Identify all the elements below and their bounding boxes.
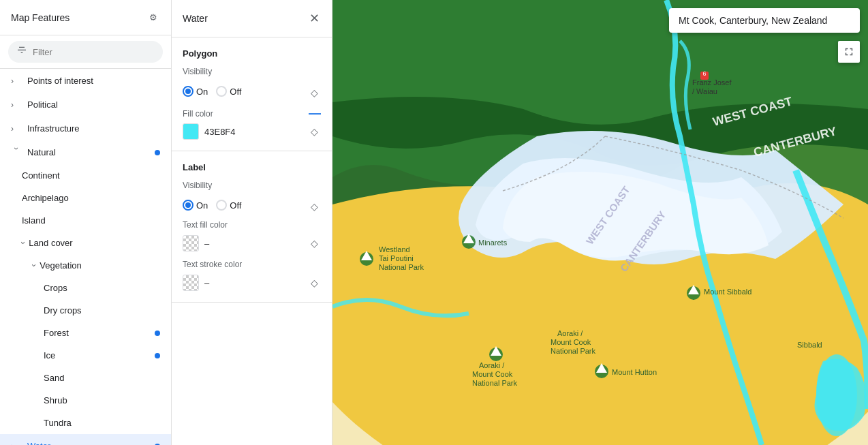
svg-text:Westland: Westland — [379, 245, 410, 254]
label-visibility-row: On Off ◇ — [183, 200, 321, 213]
diamond-icon: ◇ — [311, 277, 318, 288]
visibility-block: Visibility On Off ◇ — [183, 67, 321, 99]
sidebar-item-label: Island — [22, 215, 46, 226]
sidebar-item-label: Points of interest — [27, 76, 93, 86]
arrow-down-icon: › — [18, 241, 29, 244]
svg-text:/ Waiau: / Waiau — [692, 87, 717, 95]
middle-panel: Water ✕ Polygon Visibility On Off — [172, 0, 332, 445]
svg-text:Aoraki /: Aoraki / — [479, 361, 505, 369]
modified-dot — [155, 353, 160, 358]
sidebar-item-label: Tundra — [44, 418, 72, 428]
label-section: Label Visibility On Off ◇ — [172, 151, 332, 303]
sidebar-item-land-cover[interactable]: › Land cover — [0, 232, 171, 254]
sidebar-item-label: Political — [27, 99, 58, 110]
label-radio-on[interactable]: On — [183, 200, 208, 211]
text-fill-override-button[interactable]: ◇ — [308, 236, 321, 250]
sidebar-item-shrub[interactable]: Shrub — [0, 389, 171, 412]
label-radio-group: On Off — [183, 200, 241, 211]
label-radio-off-circle — [216, 200, 227, 211]
label-section-title: Label — [183, 162, 321, 172]
modified-dot — [155, 150, 160, 155]
text-stroke-override-button[interactable]: ◇ — [308, 276, 321, 290]
sidebar-item-label: Shrub — [44, 395, 67, 405]
label-radio-off-label: Off — [230, 200, 241, 211]
radio-on-circle — [183, 86, 193, 97]
polygon-section-title: Polygon — [183, 48, 321, 59]
sidebar-item-label: Water — [27, 441, 50, 445]
svg-text:Aoraki /: Aoraki / — [557, 329, 583, 337]
sidebar-item-political[interactable]: › Political — [0, 93, 171, 117]
sidebar-item-archipelago[interactable]: Archipelago — [0, 187, 171, 209]
text-fill-color-label: Text fill color — [183, 220, 321, 230]
sidebar-item-ice[interactable]: Ice — [0, 344, 171, 367]
fill-color-swatch[interactable] — [183, 123, 199, 140]
sidebar-item-label: Infrastructure — [27, 123, 80, 134]
svg-text:Mount Cook: Mount Cook — [472, 370, 513, 378]
expand-button[interactable] — [838, 41, 860, 63]
text-fill-color-swatch[interactable] — [183, 235, 199, 251]
sidebar-item-label: Sand — [44, 373, 64, 383]
fill-color-override-button[interactable]: ◇ — [308, 125, 321, 138]
fill-color-row: 43E8F4 ◇ — [183, 123, 321, 140]
sidebar-item-tundra[interactable]: Tundra — [0, 412, 171, 434]
label-radio-on-label: On — [196, 200, 208, 211]
arrow-down-icon: › — [29, 264, 40, 266]
fill-color-minus: — — [309, 106, 321, 121]
arrow-right-icon: › — [11, 442, 22, 446]
sidebar-item-label: Archipelago — [22, 193, 69, 203]
radio-on-label: On — [196, 87, 208, 97]
filter-input[interactable] — [33, 47, 155, 57]
settings-icon: ⚙ — [149, 12, 157, 22]
arrow-down-icon: › — [12, 147, 21, 158]
map-area[interactable]: Westland Tai Poutini National Park Minar… — [332, 0, 868, 445]
middle-panel-title: Water — [183, 13, 208, 24]
sidebar-item-dry-crops[interactable]: Dry crops — [0, 299, 171, 322]
radio-off[interactable]: Off — [216, 86, 241, 97]
diamond-icon: ◇ — [311, 126, 318, 137]
filter-icon — [16, 45, 27, 59]
polygon-section: Polygon Visibility On Off ◇ — [172, 37, 332, 151]
sidebar-item-label: Forest — [44, 328, 69, 338]
visibility-row: On Off ◇ — [183, 86, 321, 99]
sidebar-item-points-of-interest[interactable]: › Points of interest — [0, 69, 171, 93]
sidebar-item-vegetation[interactable]: › Vegetation — [0, 254, 171, 277]
label-visibility-override-button[interactable]: ◇ — [308, 200, 321, 213]
fill-color-label: Fill color — [183, 109, 309, 119]
fill-color-controls: 43E8F4 — [183, 123, 308, 140]
map-svg: Westland Tai Poutini National Park Minar… — [332, 0, 868, 445]
middle-panel-header: Water ✕ — [172, 0, 332, 37]
svg-text:Franz Josef: Franz Josef — [692, 78, 732, 87]
label-radio-off[interactable]: Off — [216, 200, 241, 211]
text-stroke-color-label: Text stroke color — [183, 260, 321, 269]
sidebar-item-infrastructure[interactable]: › Infrastructure — [0, 117, 171, 140]
visibility-override-button[interactable]: ◇ — [308, 86, 321, 99]
text-fill-color-value: – — [204, 239, 209, 249]
sidebar-item-forest[interactable]: Forest — [0, 322, 171, 344]
close-button[interactable]: ✕ — [308, 10, 321, 27]
left-panel-header: Map Features ⚙ — [0, 0, 171, 35]
svg-text:Tai Poutini: Tai Poutini — [379, 254, 414, 262]
text-stroke-color-swatch[interactable] — [183, 275, 199, 291]
svg-text:Mount Sibbald: Mount Sibbald — [704, 288, 751, 296]
search-text: Mt Cook, Canterbury, New Zealand — [679, 15, 827, 26]
svg-text:Mount Cook: Mount Cook — [551, 338, 591, 346]
svg-text:Minarets: Minarets — [478, 239, 508, 247]
sidebar-item-continent[interactable]: Continent — [0, 164, 171, 187]
svg-text:6: 6 — [702, 70, 706, 77]
settings-button[interactable]: ⚙ — [146, 10, 160, 25]
svg-text:Sibbald: Sibbald — [797, 341, 822, 349]
sidebar-item-natural[interactable]: › Natural — [0, 140, 171, 164]
radio-on[interactable]: On — [183, 86, 208, 97]
sidebar-item-water[interactable]: › Water — [0, 434, 171, 445]
sidebar-item-island[interactable]: Island — [0, 209, 171, 232]
close-icon: ✕ — [309, 11, 320, 26]
diamond-icon: ◇ — [311, 87, 318, 98]
svg-text:National Park: National Park — [379, 263, 424, 271]
sidebar-item-crops[interactable]: Crops — [0, 277, 171, 299]
left-panel-title: Map Features — [11, 12, 69, 23]
radio-off-circle — [216, 86, 227, 97]
left-panel: Map Features ⚙ › Points of interest › Po… — [0, 0, 172, 445]
search-bar[interactable]: Mt Cook, Canterbury, New Zealand — [669, 8, 860, 33]
sidebar-item-label: Ice — [44, 350, 55, 360]
sidebar-item-sand[interactable]: Sand — [0, 367, 171, 389]
